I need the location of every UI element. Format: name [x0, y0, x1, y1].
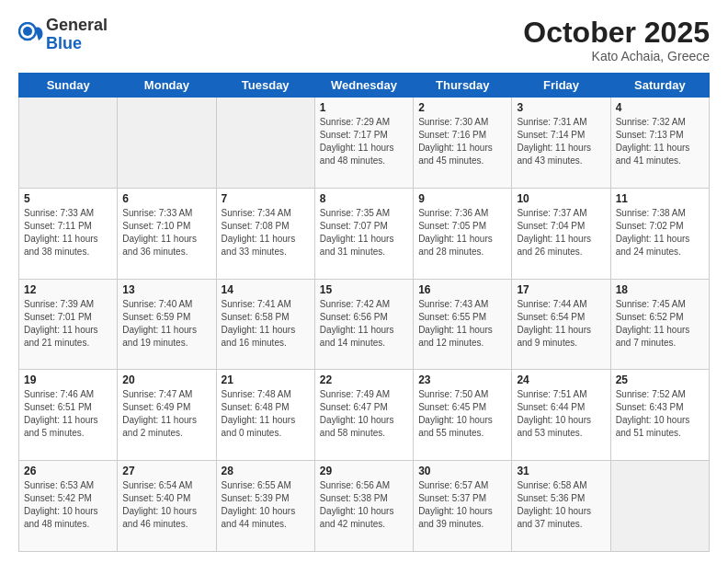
calendar-cell: 22Sunrise: 7:49 AMSunset: 6:47 PMDayligh…	[314, 370, 413, 461]
day-number: 14	[222, 283, 310, 296]
day-number: 29	[320, 465, 408, 477]
calendar-cell: 6Sunrise: 7:33 AMSunset: 7:10 PMDaylight…	[118, 188, 216, 279]
day-info: Sunrise: 6:55 AMSunset: 5:39 PMDaylight:…	[222, 479, 310, 531]
calendar-cell: 18Sunrise: 7:45 AMSunset: 6:52 PMDayligh…	[610, 279, 709, 370]
day-of-week-header: Thursday	[414, 74, 512, 98]
day-info: Sunrise: 7:36 AMSunset: 7:05 PMDaylight:…	[418, 207, 506, 259]
calendar-cell: 29Sunrise: 6:56 AMSunset: 5:38 PMDayligh…	[314, 461, 413, 552]
calendar-cell	[216, 98, 314, 189]
calendar-week-row: 5Sunrise: 7:33 AMSunset: 7:11 PMDaylight…	[19, 188, 710, 279]
day-info: Sunrise: 7:49 AMSunset: 6:47 PMDaylight:…	[320, 388, 408, 440]
day-info: Sunrise: 7:37 AMSunset: 7:04 PMDaylight:…	[517, 207, 605, 259]
day-info: Sunrise: 7:52 AMSunset: 6:43 PMDaylight:…	[616, 388, 704, 440]
day-number: 19	[24, 373, 112, 386]
day-info: Sunrise: 7:42 AMSunset: 6:56 PMDaylight:…	[320, 298, 408, 350]
calendar-cell: 11Sunrise: 7:38 AMSunset: 7:02 PMDayligh…	[610, 188, 709, 279]
day-info: Sunrise: 7:29 AMSunset: 7:17 PMDaylight:…	[320, 116, 408, 167]
calendar-cell: 7Sunrise: 7:34 AMSunset: 7:08 PMDaylight…	[216, 188, 314, 279]
day-number: 26	[24, 465, 112, 477]
calendar-cell: 28Sunrise: 6:55 AMSunset: 5:39 PMDayligh…	[216, 461, 314, 552]
day-number: 25	[616, 373, 704, 386]
day-info: Sunrise: 7:32 AMSunset: 7:13 PMDaylight:…	[616, 116, 704, 167]
day-info: Sunrise: 7:41 AMSunset: 6:58 PMDaylight:…	[222, 298, 310, 350]
calendar-cell: 3Sunrise: 7:31 AMSunset: 7:14 PMDaylight…	[512, 98, 610, 189]
calendar-cell: 16Sunrise: 7:43 AMSunset: 6:55 PMDayligh…	[414, 279, 512, 370]
calendar-cell: 2Sunrise: 7:30 AMSunset: 7:16 PMDaylight…	[414, 98, 512, 189]
calendar-cell: 30Sunrise: 6:57 AMSunset: 5:37 PMDayligh…	[414, 461, 512, 552]
svg-point-1	[23, 27, 32, 36]
day-number: 1	[320, 101, 408, 114]
day-number: 6	[122, 192, 210, 205]
day-of-week-header: Wednesday	[314, 74, 413, 98]
day-number: 15	[320, 283, 408, 296]
day-number: 13	[122, 283, 210, 296]
calendar-body: 1Sunrise: 7:29 AMSunset: 7:17 PMDaylight…	[19, 98, 710, 552]
month-title: October 2025	[523, 17, 710, 49]
day-info: Sunrise: 7:48 AMSunset: 6:48 PMDaylight:…	[222, 388, 310, 440]
day-number: 22	[320, 373, 408, 386]
day-of-week-header: Sunday	[19, 74, 118, 98]
day-info: Sunrise: 7:33 AMSunset: 7:10 PMDaylight:…	[122, 207, 210, 259]
calendar-week-row: 19Sunrise: 7:46 AMSunset: 6:51 PMDayligh…	[19, 370, 710, 461]
day-info: Sunrise: 7:33 AMSunset: 7:11 PMDaylight:…	[24, 207, 112, 259]
calendar-table: SundayMondayTuesdayWednesdayThursdayFrid…	[18, 73, 710, 552]
calendar-cell: 8Sunrise: 7:35 AMSunset: 7:07 PMDaylight…	[314, 188, 413, 279]
logo-blue-text: Blue	[46, 34, 82, 52]
day-info: Sunrise: 7:47 AMSunset: 6:49 PMDaylight:…	[122, 388, 210, 440]
calendar-cell: 1Sunrise: 7:29 AMSunset: 7:17 PMDaylight…	[314, 98, 413, 189]
day-number: 30	[418, 465, 506, 477]
day-info: Sunrise: 7:30 AMSunset: 7:16 PMDaylight:…	[418, 116, 506, 167]
calendar-cell: 23Sunrise: 7:50 AMSunset: 6:45 PMDayligh…	[414, 370, 512, 461]
day-number: 17	[517, 283, 605, 296]
logo-general-text: General	[46, 16, 108, 34]
calendar-cell: 19Sunrise: 7:46 AMSunset: 6:51 PMDayligh…	[19, 370, 118, 461]
day-info: Sunrise: 7:51 AMSunset: 6:44 PMDaylight:…	[517, 388, 605, 440]
day-info: Sunrise: 7:44 AMSunset: 6:54 PMDaylight:…	[517, 298, 605, 350]
day-info: Sunrise: 7:39 AMSunset: 7:01 PMDaylight:…	[24, 298, 112, 350]
calendar-cell: 31Sunrise: 6:58 AMSunset: 5:36 PMDayligh…	[512, 461, 610, 552]
day-number: 10	[517, 192, 605, 205]
day-number: 23	[418, 373, 506, 386]
header: General Blue October 2025 Kato Achaia, G…	[18, 17, 710, 63]
day-info: Sunrise: 6:54 AMSunset: 5:40 PMDaylight:…	[122, 479, 210, 531]
calendar-cell: 10Sunrise: 7:37 AMSunset: 7:04 PMDayligh…	[512, 188, 610, 279]
day-number: 28	[222, 465, 310, 477]
day-number: 11	[616, 192, 704, 205]
day-number: 24	[517, 373, 605, 386]
day-number: 27	[122, 465, 210, 477]
calendar-cell: 12Sunrise: 7:39 AMSunset: 7:01 PMDayligh…	[19, 279, 118, 370]
title-block: October 2025 Kato Achaia, Greece	[523, 17, 710, 63]
day-of-week-header: Saturday	[610, 74, 709, 98]
day-of-week-header: Friday	[512, 74, 610, 98]
calendar-cell: 25Sunrise: 7:52 AMSunset: 6:43 PMDayligh…	[610, 370, 709, 461]
location: Kato Achaia, Greece	[523, 49, 710, 63]
calendar-cell: 21Sunrise: 7:48 AMSunset: 6:48 PMDayligh…	[216, 370, 314, 461]
day-info: Sunrise: 7:50 AMSunset: 6:45 PMDaylight:…	[418, 388, 506, 440]
day-number: 16	[418, 283, 506, 296]
logo-icon	[18, 22, 44, 48]
day-number: 21	[222, 373, 310, 386]
day-number: 5	[24, 192, 112, 205]
day-info: Sunrise: 6:56 AMSunset: 5:38 PMDaylight:…	[320, 479, 408, 531]
calendar-cell: 4Sunrise: 7:32 AMSunset: 7:13 PMDaylight…	[610, 98, 709, 189]
calendar-cell: 27Sunrise: 6:54 AMSunset: 5:40 PMDayligh…	[118, 461, 216, 552]
day-info: Sunrise: 7:34 AMSunset: 7:08 PMDaylight:…	[222, 207, 310, 259]
day-info: Sunrise: 7:43 AMSunset: 6:55 PMDaylight:…	[418, 298, 506, 350]
day-number: 2	[418, 101, 506, 114]
day-info: Sunrise: 7:35 AMSunset: 7:07 PMDaylight:…	[320, 207, 408, 259]
day-info: Sunrise: 7:46 AMSunset: 6:51 PMDaylight:…	[24, 388, 112, 440]
day-info: Sunrise: 6:53 AMSunset: 5:42 PMDaylight:…	[24, 479, 112, 531]
day-number: 12	[24, 283, 112, 296]
calendar-cell: 13Sunrise: 7:40 AMSunset: 6:59 PMDayligh…	[118, 279, 216, 370]
calendar-cell: 24Sunrise: 7:51 AMSunset: 6:44 PMDayligh…	[512, 370, 610, 461]
logo-text: General Blue	[46, 17, 108, 53]
day-info: Sunrise: 6:58 AMSunset: 5:36 PMDaylight:…	[517, 479, 605, 531]
page: General Blue October 2025 Kato Achaia, G…	[0, 0, 728, 563]
day-number: 4	[616, 101, 704, 114]
calendar-cell	[610, 461, 709, 552]
calendar-week-row: 26Sunrise: 6:53 AMSunset: 5:42 PMDayligh…	[19, 461, 710, 552]
day-info: Sunrise: 7:40 AMSunset: 6:59 PMDaylight:…	[122, 298, 210, 350]
calendar-week-row: 12Sunrise: 7:39 AMSunset: 7:01 PMDayligh…	[19, 279, 710, 370]
day-number: 18	[616, 283, 704, 296]
calendar-cell: 14Sunrise: 7:41 AMSunset: 6:58 PMDayligh…	[216, 279, 314, 370]
